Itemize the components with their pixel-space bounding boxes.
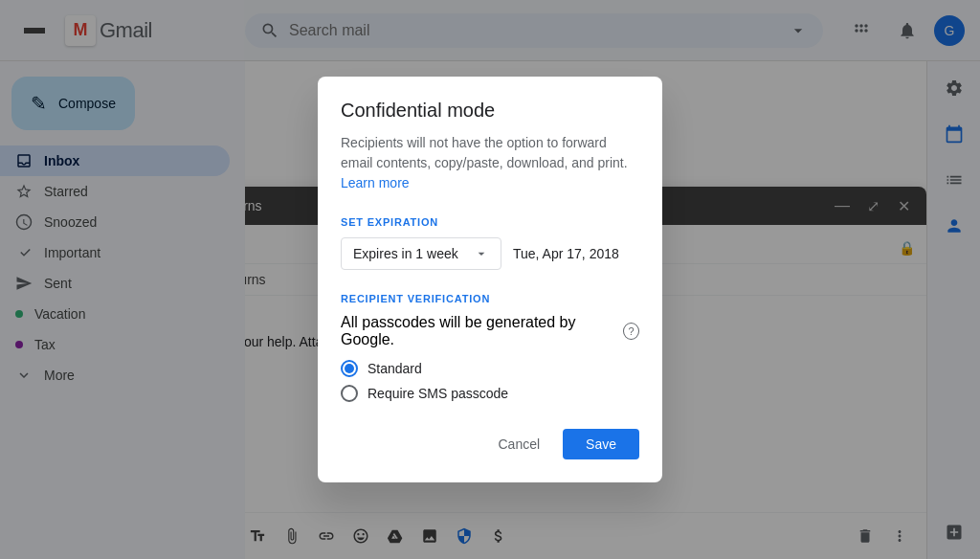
radio-sms[interactable]: Require SMS passcode	[341, 385, 639, 402]
radio-standard[interactable]: Standard	[341, 360, 639, 377]
radio-sms-button[interactable]	[341, 385, 358, 402]
help-icon[interactable]: ?	[623, 323, 639, 340]
expiration-section-label: SET EXPIRATION	[341, 216, 639, 228]
expiry-chevron-icon	[474, 246, 489, 261]
radio-sms-label: Require SMS passcode	[368, 386, 508, 401]
modal-desc-text: Recipients will not have the option to f…	[341, 135, 628, 170]
verification-desc-text: All passcodes will be generated by Googl…	[341, 314, 615, 348]
expiry-date-display: Tue, Apr 17, 2018	[513, 246, 619, 261]
learn-more-link[interactable]: Learn more	[341, 175, 410, 190]
modal-actions: Cancel Save	[341, 429, 639, 459]
modal-title: Confidential mode	[341, 100, 639, 122]
verification-section-label: RECIPIENT VERIFICATION	[341, 293, 639, 304]
modal-description: Recipients will not have the option to f…	[341, 133, 639, 193]
verification-desc-row: All passcodes will be generated by Googl…	[341, 314, 639, 348]
expiry-row: Expires in 1 week Tue, Apr 17, 2018	[341, 237, 639, 270]
expiry-select[interactable]: Expires in 1 week	[341, 237, 501, 270]
confidential-modal: Confidential mode Recipients will not ha…	[318, 77, 662, 482]
expiry-dropdown[interactable]: Expires in 1 week	[353, 246, 466, 261]
cancel-button[interactable]: Cancel	[482, 429, 555, 459]
radio-group: Standard Require SMS passcode	[341, 360, 639, 402]
radio-standard-button[interactable]	[341, 360, 358, 377]
radio-standard-label: Standard	[368, 361, 422, 376]
save-button[interactable]: Save	[563, 429, 639, 459]
